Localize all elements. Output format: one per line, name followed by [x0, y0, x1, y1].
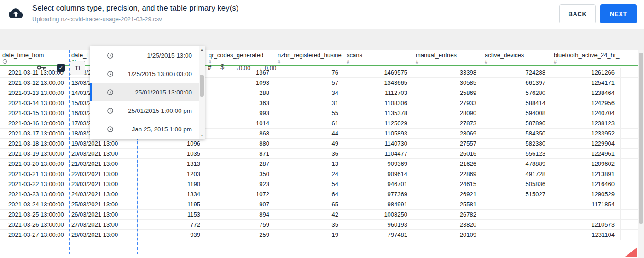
- table-cell: 24: [275, 169, 344, 179]
- row-filler: [621, 139, 638, 148]
- column-name: date_time_from: [2, 52, 69, 59]
- number-type-icon[interactable]: #: [208, 63, 211, 71]
- table-cell: 1210573: [551, 220, 621, 229]
- column-name: active_devices: [485, 52, 551, 59]
- table-cell: 1108306: [344, 98, 413, 108]
- decrease-decimal-icon[interactable]: ←0.00: [259, 64, 276, 71]
- column-header-bluetooth_active_24_hr_[interactable]: bluetooth_active_24_hr_#: [551, 50, 621, 65]
- increase-decimal-icon[interactable]: →0.00: [233, 64, 250, 71]
- primary-key-icon[interactable]: [36, 62, 46, 73]
- table-cell: 1125029: [344, 118, 413, 128]
- table-cell: 55: [275, 108, 344, 118]
- upload-cloud-icon: [8, 7, 23, 22]
- include-column-checkbox[interactable]: ✓: [57, 64, 65, 72]
- table-cell: 1096: [138, 139, 206, 148]
- table-cell: 2021-03-14 13:00:00: [0, 98, 69, 108]
- table-cell: 2021-03-13 13:00:00: [0, 88, 69, 98]
- table-cell: [551, 210, 621, 219]
- table-cell: [482, 199, 551, 209]
- table-cell: 27/03/2021 13:00: [69, 220, 138, 229]
- text-type-button[interactable]: Tt: [70, 61, 85, 75]
- dropdown-item-list: 1/25/2015 13:001/25/2015 13:00+03:0025/0…: [90, 46, 199, 139]
- column-header-nzbn_registered_busine[interactable]: nzbn_registered_busine#: [275, 50, 344, 65]
- column-header-scans[interactable]: scans#: [344, 50, 413, 65]
- dropdown-scroll-thumb[interactable]: [200, 75, 204, 97]
- row-filler: [621, 179, 638, 189]
- currency-type-icon[interactable]: $: [220, 63, 224, 70]
- dropdown-item[interactable]: Jan 25, 2015 1:00 pm: [90, 120, 199, 138]
- table-cell: 1261266: [551, 68, 621, 77]
- table-row: 2021-03-27 13:00:0028/03/2021 13:0093925…: [0, 230, 638, 240]
- vertical-scrollbar[interactable]: [638, 50, 644, 258]
- column-header-manual_entries[interactable]: manual_entries#: [413, 50, 482, 65]
- table-cell: 26921: [413, 189, 482, 199]
- dropdown-item[interactable]: 1/25/2015 13:00+03:00: [90, 64, 199, 83]
- table-cell: 1229904: [551, 139, 621, 148]
- page-header: Select columns type, precision, and the …: [0, 0, 644, 29]
- table-cell: 1216460: [551, 179, 621, 189]
- number-type-indicator: #: [416, 59, 482, 65]
- table-cell: 724288: [482, 68, 551, 77]
- table-cell: 1014: [206, 118, 275, 128]
- scroll-up-icon[interactable]: ▲: [199, 48, 205, 51]
- table-cell: 31: [275, 98, 344, 108]
- table-cell: 1238123: [551, 118, 621, 128]
- table-cell: 20/03/2021 13:00: [69, 149, 138, 158]
- table-cell: 2021-03-22 13:00:00: [0, 179, 69, 189]
- next-button[interactable]: NEXT: [600, 4, 637, 23]
- column-header-active_devices[interactable]: active_devices#: [482, 50, 551, 65]
- table-cell: 21626: [413, 159, 482, 169]
- column-name: manual_entries: [416, 52, 482, 59]
- table-cell: 2021-03-26 13:00:00: [0, 220, 69, 229]
- table-cell: 594008: [482, 108, 551, 118]
- dropdown-scrollbar[interactable]: ▲ ▼: [199, 46, 205, 139]
- clock-icon: [107, 126, 114, 133]
- table-cell: 1104477: [344, 149, 413, 158]
- page-title: Select columns type, precision, and the …: [32, 4, 239, 12]
- table-cell: 19: [275, 230, 344, 240]
- table-cell: 1290529: [551, 189, 621, 199]
- table-cell: 22/03/2021 13:00: [69, 169, 138, 179]
- number-type-indicator: #: [347, 59, 413, 65]
- table-cell: 582380: [482, 139, 551, 148]
- table-cell: 23820: [413, 220, 482, 229]
- table-cell: 1224961: [551, 149, 621, 158]
- table-cell: 868: [206, 129, 275, 138]
- table-cell: 939: [138, 230, 206, 240]
- table-cell: 350: [206, 169, 275, 179]
- table-cell: 1072: [206, 189, 275, 199]
- dropdown-item[interactable]: 25/01/2015 1:00:00 pm: [90, 101, 199, 120]
- table-cell: 287: [206, 159, 275, 169]
- table-cell: 2021-03-18 13:00:00: [0, 139, 69, 148]
- table-cell: 25581: [413, 199, 482, 209]
- table-cell: 19/03/2021 13:00: [69, 139, 138, 148]
- dropdown-item[interactable]: 25/01/2015 13:00:00: [90, 83, 199, 101]
- table-cell: 1112703: [344, 88, 413, 98]
- scroll-down-icon[interactable]: ▼: [199, 134, 205, 137]
- table-cell: 30585: [413, 78, 482, 88]
- table-cell: [482, 230, 551, 240]
- dropdown-item[interactable]: 1/25/2015 13:00: [90, 46, 199, 64]
- column-header-date_time_from[interactable]: date_time_from: [0, 50, 69, 65]
- back-button[interactable]: BACK: [559, 4, 596, 23]
- table-cell: 871: [206, 149, 275, 158]
- table-cell: 661397: [482, 78, 551, 88]
- table-cell: 25/03/2021 13:00: [69, 199, 138, 209]
- column-header-qr_codes_generated[interactable]: qr_codes_generated#: [206, 50, 275, 65]
- table-row: 2021-03-19 13:00:0020/03/2021 13:0010358…: [0, 149, 638, 159]
- table-cell: 576280: [482, 88, 551, 98]
- table-cell: 54: [275, 179, 344, 189]
- scrollbar-thumb[interactable]: [639, 53, 643, 224]
- selected-column-left-border: [69, 50, 70, 254]
- table-cell: 28/03/2021 13:00: [69, 230, 138, 240]
- row-filler: [621, 169, 638, 179]
- table-cell: 33398: [413, 68, 482, 77]
- table-cell: 1469575: [344, 68, 413, 77]
- table-cell: 26782: [413, 210, 482, 219]
- table-cell: 909369: [344, 159, 413, 169]
- table-cell: 1140730: [344, 139, 413, 148]
- table-cell: 24615: [413, 179, 482, 189]
- table-cell: 21/03/2021 13:00: [69, 159, 138, 169]
- dropdown-item-label: 1/25/2015 13:00: [147, 52, 199, 59]
- table-cell: 2021-03-24 13:00:00: [0, 199, 69, 209]
